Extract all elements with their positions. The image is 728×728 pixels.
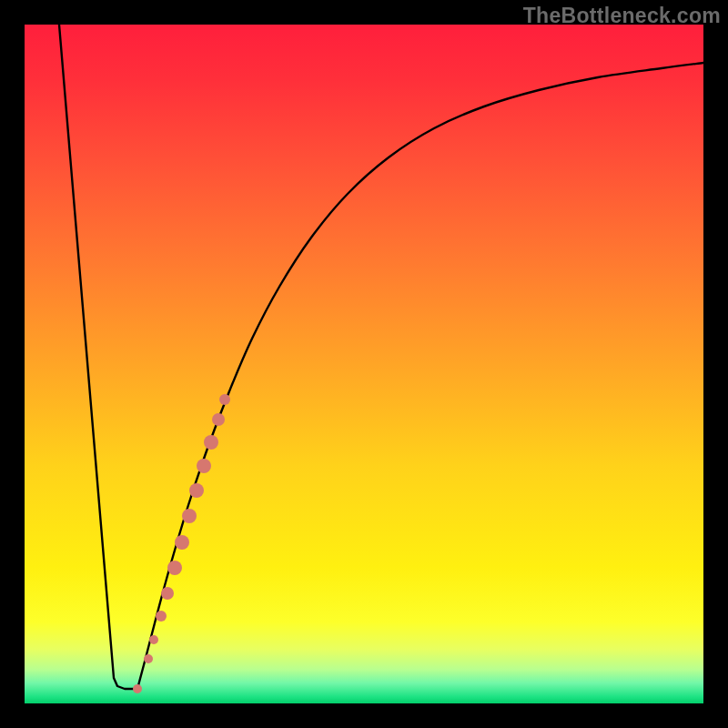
- data-marker: [212, 413, 225, 426]
- data-marker: [182, 509, 197, 523]
- data-marker: [167, 561, 182, 575]
- data-marker: [204, 435, 218, 450]
- watermark-label: TheBottleneck.com: [523, 4, 721, 28]
- data-marker: [219, 394, 230, 405]
- data-marker: [156, 611, 167, 622]
- data-marker: [175, 535, 189, 550]
- curve-left: [59, 25, 137, 689]
- curve-right: [137, 63, 703, 689]
- chart-frame: TheBottleneck.com: [0, 0, 728, 728]
- data-marker: [161, 587, 174, 600]
- data-marker: [197, 459, 211, 473]
- data-marker: [149, 635, 158, 644]
- data-marker: [144, 654, 153, 663]
- data-marker: [189, 483, 204, 498]
- chart-svg: [25, 25, 703, 703]
- plot-area: [25, 25, 703, 703]
- data-marker: [133, 684, 142, 693]
